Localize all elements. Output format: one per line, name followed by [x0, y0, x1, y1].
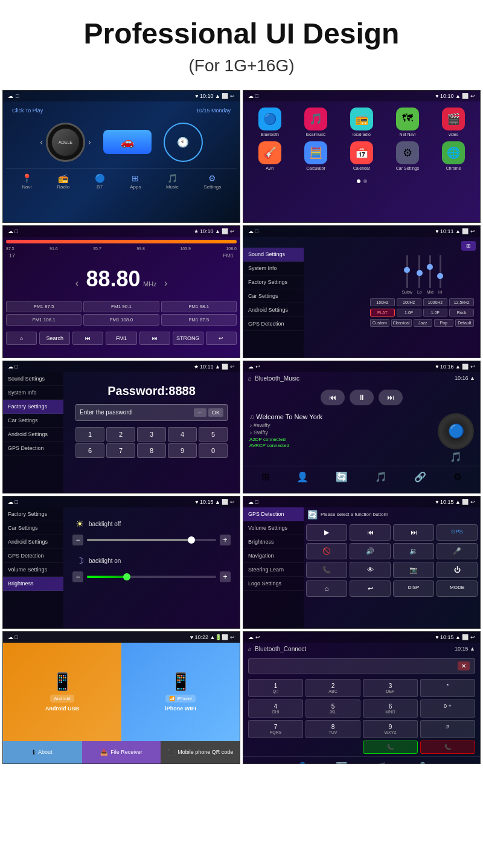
menu-factory-s7[interactable]: Factory Settings [3, 507, 63, 521]
qr-code-button[interactable]: ⬛ Mobile phone QR code [161, 741, 240, 764]
app-netnavi[interactable]: 🗺 Net Navi [387, 108, 428, 137]
bt-link-icon[interactable]: 🔗 [414, 471, 426, 483]
bt-gear-icon[interactable]: ⚙ [453, 471, 462, 483]
app-localradio[interactable]: 📻 localradio [341, 108, 382, 137]
menu-gps-detection-s4[interactable]: GPS Detection [243, 317, 304, 331]
app-calculator[interactable]: 🧮 Calculator [295, 141, 336, 170]
eq-jazz[interactable]: Jazz [414, 319, 433, 327]
app-calendar[interactable]: 📅 Calendar [341, 141, 382, 170]
menu-volume-settings[interactable]: Volume Settings [243, 521, 304, 535]
eq-val3[interactable]: 1.0F [423, 309, 448, 317]
func-mute[interactable]: 🚫 [306, 543, 347, 559]
nav-settings[interactable]: ⚙ Settings [203, 173, 221, 190]
file-receiver-button[interactable]: 📥 File Receiver [82, 741, 161, 764]
key-3[interactable]: 3 [137, 427, 166, 442]
backlight-on-slider[interactable] [87, 576, 216, 578]
eq-125khz[interactable]: 12.5kHz [449, 298, 474, 306]
dial-5[interactable]: 5JKL [305, 699, 360, 718]
eq-custom[interactable]: Custom [370, 319, 389, 327]
iphone-wifi-section[interactable]: 📱 📶 iPhone iPhone WIFI [121, 643, 240, 741]
fm-preset-5[interactable]: FM1 108.0 [83, 314, 159, 326]
fm-preset-4[interactable]: FM1 106.1 [6, 314, 82, 326]
menu-logo-settings[interactable]: Logo Settings [243, 577, 304, 591]
menu-android-s5[interactable]: Android Settings [3, 428, 63, 442]
bt-conn-link-icon[interactable]: 🔗 [414, 762, 426, 764]
eq-val1[interactable]: FLAT [370, 309, 395, 317]
func-eye[interactable]: 👁 [350, 562, 391, 578]
brightness-off-increase[interactable]: + [220, 535, 231, 545]
bt-conn-person-icon[interactable]: 👤 [296, 762, 309, 764]
app-chrome[interactable]: 🌐 Chrome [433, 141, 474, 170]
bt-person-icon[interactable]: 👤 [296, 471, 309, 483]
fm-next-btn[interactable]: › [164, 278, 167, 288]
func-vol-down[interactable]: 🔉 [393, 543, 434, 559]
android-usb-section[interactable]: 📱 Android Android USB [3, 643, 121, 741]
key-8[interactable]: 8 [137, 443, 166, 458]
fm-back-btn[interactable]: ↩ [206, 332, 237, 345]
menu-android-s7[interactable]: Android Settings [3, 535, 63, 549]
clear-input-btn[interactable]: ✕ [458, 661, 470, 670]
dial-hash[interactable]: # [420, 720, 475, 738]
func-home[interactable]: ⌂ [306, 580, 347, 597]
bt-apps-icon[interactable]: ⊞ [261, 471, 269, 483]
menu-android-settings-s4[interactable]: Android Settings [243, 303, 304, 317]
key-2[interactable]: 2 [106, 427, 135, 442]
eq-default[interactable]: Default [455, 319, 475, 327]
nav-music[interactable]: 🎵 Music [166, 173, 179, 190]
end-call-button[interactable]: 📞 [420, 741, 475, 754]
menu-gps-detection[interactable]: GPS Detection [243, 507, 304, 521]
menu-brightness-s7[interactable]: Brightness [3, 577, 63, 591]
fm-home-btn[interactable]: ⌂ [6, 332, 37, 345]
menu-system-info[interactable]: System Info [243, 262, 304, 275]
dial-input[interactable]: ✕ [248, 658, 475, 674]
menu-steering-learn[interactable]: Steering Learn [243, 563, 304, 577]
menu-gps-s7[interactable]: GPS Detection [3, 549, 63, 563]
eq-val4[interactable]: Rock [449, 309, 474, 317]
fm-band-btn[interactable]: FM1 [106, 332, 136, 345]
bt-forward-btn[interactable]: ⏭ [379, 390, 403, 405]
menu-volume-s7[interactable]: Volume Settings [3, 563, 63, 577]
fm-preset-6[interactable]: FM1 87.5 [161, 314, 237, 326]
menu-brightness-s8[interactable]: Brightness [243, 535, 304, 549]
bt-pause-btn[interactable]: ⏸ [350, 390, 374, 405]
brightness-on-decrease[interactable]: − [72, 571, 83, 582]
fm-preset-2[interactable]: FM1 90.1 [83, 301, 159, 312]
key-1[interactable]: 1 [75, 427, 104, 442]
next-arrow[interactable]: › [88, 137, 91, 147]
fm-preset-1[interactable]: FM1 87.5 [6, 301, 82, 312]
app-avin[interactable]: 🎸 Avin [249, 141, 290, 170]
dial-7[interactable]: 7PQRS [248, 720, 303, 738]
bt-refresh-icon[interactable]: 🔄 [336, 471, 348, 483]
menu-sound-settings[interactable]: Sound Settings [243, 248, 304, 262]
menu-factory-settings-s4[interactable]: Factory Settings [243, 275, 304, 289]
dial-0plus[interactable]: 0 + [420, 699, 475, 718]
fm-prev-track[interactable]: ⏮ [72, 332, 103, 345]
bt-music-icon[interactable]: 🎵 [375, 471, 387, 483]
fm-preset-3[interactable]: FM1 98.1 [161, 301, 237, 312]
app-bluetooth[interactable]: 🔵 Bluetooth [249, 108, 290, 137]
dial-4[interactable]: 4GHI [248, 699, 303, 718]
bt-conn-gear-icon[interactable]: ⚙ [453, 762, 462, 764]
fm-prev-btn[interactable]: ‹ [75, 278, 78, 288]
key-0[interactable]: 0 [199, 443, 228, 458]
dial-3[interactable]: 3DEF [363, 679, 418, 697]
app-video[interactable]: 🎬 video [433, 108, 474, 137]
dial-9[interactable]: 9WXYZ [363, 720, 418, 738]
func-vol-up[interactable]: 🔊 [350, 543, 391, 559]
func-back[interactable]: ↩ [350, 580, 391, 597]
eq-100hz[interactable]: 100Hz [397, 298, 421, 306]
key-4[interactable]: 4 [168, 427, 197, 442]
func-phone[interactable]: 📞 [306, 562, 347, 578]
dial-8[interactable]: 8TUV [305, 720, 360, 738]
bt-conn-apps-icon[interactable]: ⊞ [261, 762, 269, 764]
brightness-off-decrease[interactable]: − [72, 535, 83, 545]
eq-classical[interactable]: Classical [391, 319, 412, 327]
eq-pop[interactable]: Pop [434, 319, 453, 327]
dial-1[interactable]: 1Q○ [248, 679, 303, 697]
func-disp[interactable]: DISP [393, 580, 434, 597]
ok-btn[interactable]: OK [208, 408, 223, 417]
brightness-on-increase[interactable]: + [220, 571, 231, 582]
menu-car-s5[interactable]: Car Settings [3, 414, 63, 428]
key-6[interactable]: 6 [75, 443, 104, 458]
func-play[interactable]: ▶ [306, 524, 347, 541]
